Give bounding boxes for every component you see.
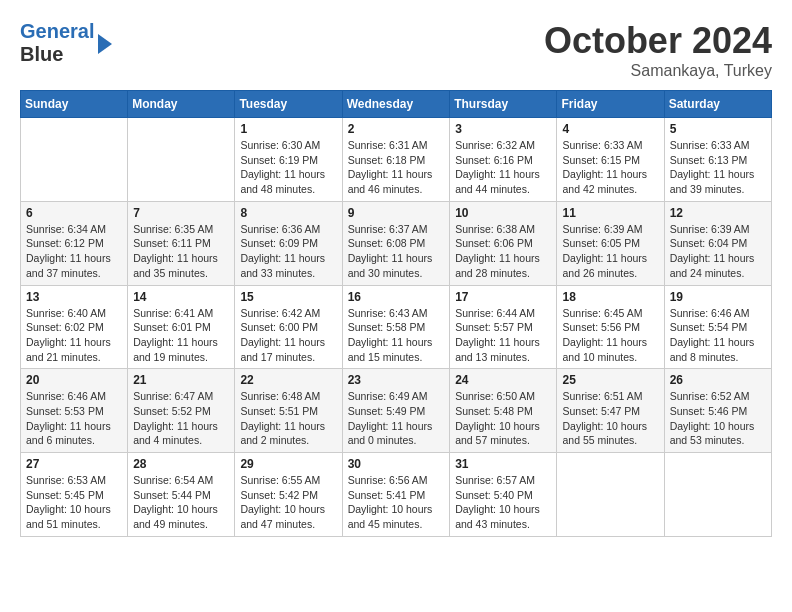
cell-info-text: Sunrise: 6:49 AM Sunset: 5:49 PM Dayligh… [348,389,445,448]
calendar-cell: 2Sunrise: 6:31 AM Sunset: 6:18 PM Daylig… [342,118,450,202]
cell-info-text: Sunrise: 6:53 AM Sunset: 5:45 PM Dayligh… [26,473,122,532]
cell-info-text: Sunrise: 6:57 AM Sunset: 5:40 PM Dayligh… [455,473,551,532]
calendar-cell: 14Sunrise: 6:41 AM Sunset: 6:01 PM Dayli… [128,285,235,369]
cell-day-number: 29 [240,457,336,471]
cell-day-number: 15 [240,290,336,304]
calendar-cell: 15Sunrise: 6:42 AM Sunset: 6:00 PM Dayli… [235,285,342,369]
calendar-cell: 16Sunrise: 6:43 AM Sunset: 5:58 PM Dayli… [342,285,450,369]
cell-info-text: Sunrise: 6:31 AM Sunset: 6:18 PM Dayligh… [348,138,445,197]
calendar-cell: 5Sunrise: 6:33 AM Sunset: 6:13 PM Daylig… [664,118,771,202]
cell-day-number: 25 [562,373,658,387]
location-subtitle: Samankaya, Turkey [544,62,772,80]
calendar-table: SundayMondayTuesdayWednesdayThursdayFrid… [20,90,772,537]
cell-day-number: 13 [26,290,122,304]
page-header: General Blue October 2024 Samankaya, Tur… [20,20,772,80]
calendar-cell: 23Sunrise: 6:49 AM Sunset: 5:49 PM Dayli… [342,369,450,453]
calendar-cell: 13Sunrise: 6:40 AM Sunset: 6:02 PM Dayli… [21,285,128,369]
calendar-week-row: 20Sunrise: 6:46 AM Sunset: 5:53 PM Dayli… [21,369,772,453]
calendar-cell: 27Sunrise: 6:53 AM Sunset: 5:45 PM Dayli… [21,453,128,537]
calendar-cell: 21Sunrise: 6:47 AM Sunset: 5:52 PM Dayli… [128,369,235,453]
cell-info-text: Sunrise: 6:46 AM Sunset: 5:53 PM Dayligh… [26,389,122,448]
calendar-day-header: Friday [557,91,664,118]
calendar-cell: 24Sunrise: 6:50 AM Sunset: 5:48 PM Dayli… [450,369,557,453]
calendar-day-header: Saturday [664,91,771,118]
cell-info-text: Sunrise: 6:44 AM Sunset: 5:57 PM Dayligh… [455,306,551,365]
calendar-header-row: SundayMondayTuesdayWednesdayThursdayFrid… [21,91,772,118]
calendar-cell: 17Sunrise: 6:44 AM Sunset: 5:57 PM Dayli… [450,285,557,369]
cell-day-number: 17 [455,290,551,304]
calendar-cell: 26Sunrise: 6:52 AM Sunset: 5:46 PM Dayli… [664,369,771,453]
calendar-cell [128,118,235,202]
cell-info-text: Sunrise: 6:55 AM Sunset: 5:42 PM Dayligh… [240,473,336,532]
calendar-week-row: 1Sunrise: 6:30 AM Sunset: 6:19 PM Daylig… [21,118,772,202]
calendar-day-header: Sunday [21,91,128,118]
calendar-week-row: 6Sunrise: 6:34 AM Sunset: 6:12 PM Daylig… [21,201,772,285]
calendar-cell: 10Sunrise: 6:38 AM Sunset: 6:06 PM Dayli… [450,201,557,285]
cell-info-text: Sunrise: 6:50 AM Sunset: 5:48 PM Dayligh… [455,389,551,448]
calendar-cell: 25Sunrise: 6:51 AM Sunset: 5:47 PM Dayli… [557,369,664,453]
calendar-cell: 6Sunrise: 6:34 AM Sunset: 6:12 PM Daylig… [21,201,128,285]
cell-info-text: Sunrise: 6:32 AM Sunset: 6:16 PM Dayligh… [455,138,551,197]
cell-day-number: 22 [240,373,336,387]
logo-arrow-icon [98,34,112,54]
cell-info-text: Sunrise: 6:33 AM Sunset: 6:13 PM Dayligh… [670,138,766,197]
cell-info-text: Sunrise: 6:41 AM Sunset: 6:01 PM Dayligh… [133,306,229,365]
calendar-cell: 9Sunrise: 6:37 AM Sunset: 6:08 PM Daylig… [342,201,450,285]
calendar-cell: 19Sunrise: 6:46 AM Sunset: 5:54 PM Dayli… [664,285,771,369]
cell-info-text: Sunrise: 6:51 AM Sunset: 5:47 PM Dayligh… [562,389,658,448]
calendar-cell: 8Sunrise: 6:36 AM Sunset: 6:09 PM Daylig… [235,201,342,285]
cell-day-number: 1 [240,122,336,136]
calendar-cell: 31Sunrise: 6:57 AM Sunset: 5:40 PM Dayli… [450,453,557,537]
calendar-day-header: Tuesday [235,91,342,118]
cell-day-number: 5 [670,122,766,136]
calendar-day-header: Wednesday [342,91,450,118]
calendar-cell [557,453,664,537]
calendar-week-row: 13Sunrise: 6:40 AM Sunset: 6:02 PM Dayli… [21,285,772,369]
cell-day-number: 24 [455,373,551,387]
cell-day-number: 21 [133,373,229,387]
calendar-cell: 20Sunrise: 6:46 AM Sunset: 5:53 PM Dayli… [21,369,128,453]
cell-info-text: Sunrise: 6:36 AM Sunset: 6:09 PM Dayligh… [240,222,336,281]
logo: General Blue [20,20,112,66]
title-block: October 2024 Samankaya, Turkey [544,20,772,80]
cell-info-text: Sunrise: 6:45 AM Sunset: 5:56 PM Dayligh… [562,306,658,365]
cell-day-number: 4 [562,122,658,136]
cell-info-text: Sunrise: 6:34 AM Sunset: 6:12 PM Dayligh… [26,222,122,281]
cell-day-number: 7 [133,206,229,220]
cell-info-text: Sunrise: 6:52 AM Sunset: 5:46 PM Dayligh… [670,389,766,448]
cell-day-number: 19 [670,290,766,304]
calendar-cell: 30Sunrise: 6:56 AM Sunset: 5:41 PM Dayli… [342,453,450,537]
cell-day-number: 3 [455,122,551,136]
cell-info-text: Sunrise: 6:33 AM Sunset: 6:15 PM Dayligh… [562,138,658,197]
cell-day-number: 10 [455,206,551,220]
cell-day-number: 14 [133,290,229,304]
cell-day-number: 11 [562,206,658,220]
cell-day-number: 31 [455,457,551,471]
cell-info-text: Sunrise: 6:47 AM Sunset: 5:52 PM Dayligh… [133,389,229,448]
cell-day-number: 20 [26,373,122,387]
cell-day-number: 8 [240,206,336,220]
cell-info-text: Sunrise: 6:42 AM Sunset: 6:00 PM Dayligh… [240,306,336,365]
cell-day-number: 30 [348,457,445,471]
cell-info-text: Sunrise: 6:40 AM Sunset: 6:02 PM Dayligh… [26,306,122,365]
cell-info-text: Sunrise: 6:54 AM Sunset: 5:44 PM Dayligh… [133,473,229,532]
cell-day-number: 2 [348,122,445,136]
cell-info-text: Sunrise: 6:56 AM Sunset: 5:41 PM Dayligh… [348,473,445,532]
cell-info-text: Sunrise: 6:35 AM Sunset: 6:11 PM Dayligh… [133,222,229,281]
cell-day-number: 16 [348,290,445,304]
calendar-week-row: 27Sunrise: 6:53 AM Sunset: 5:45 PM Dayli… [21,453,772,537]
cell-info-text: Sunrise: 6:37 AM Sunset: 6:08 PM Dayligh… [348,222,445,281]
cell-day-number: 28 [133,457,229,471]
logo-line2: Blue [20,43,94,66]
calendar-cell [664,453,771,537]
cell-info-text: Sunrise: 6:46 AM Sunset: 5:54 PM Dayligh… [670,306,766,365]
cell-info-text: Sunrise: 6:39 AM Sunset: 6:05 PM Dayligh… [562,222,658,281]
calendar-day-header: Thursday [450,91,557,118]
cell-info-text: Sunrise: 6:30 AM Sunset: 6:19 PM Dayligh… [240,138,336,197]
calendar-cell: 4Sunrise: 6:33 AM Sunset: 6:15 PM Daylig… [557,118,664,202]
cell-day-number: 23 [348,373,445,387]
cell-day-number: 9 [348,206,445,220]
calendar-cell [21,118,128,202]
cell-info-text: Sunrise: 6:48 AM Sunset: 5:51 PM Dayligh… [240,389,336,448]
cell-day-number: 6 [26,206,122,220]
